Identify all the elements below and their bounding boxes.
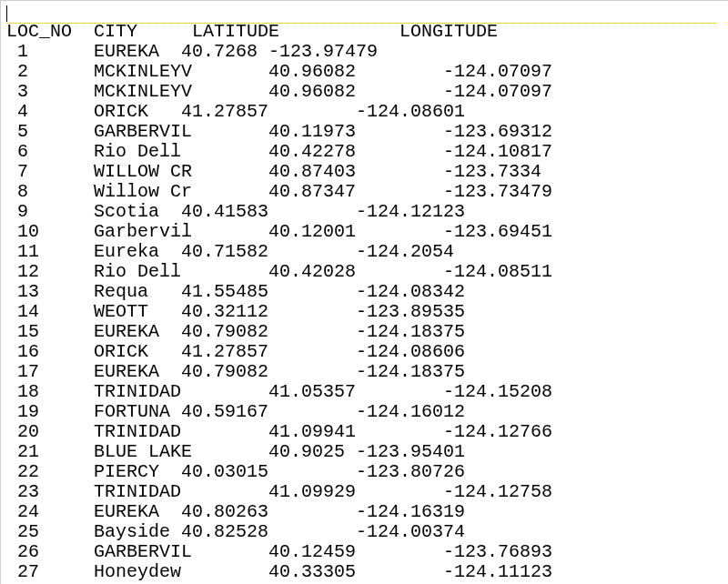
text-cursor <box>6 5 7 22</box>
output-text[interactable]: LOC_NO CITY LATITUDE LONGITUDE 1 EUREKA … <box>6 22 552 582</box>
output-window: LOC_NO CITY LATITUDE LONGITUDE 1 EUREKA … <box>0 0 728 584</box>
